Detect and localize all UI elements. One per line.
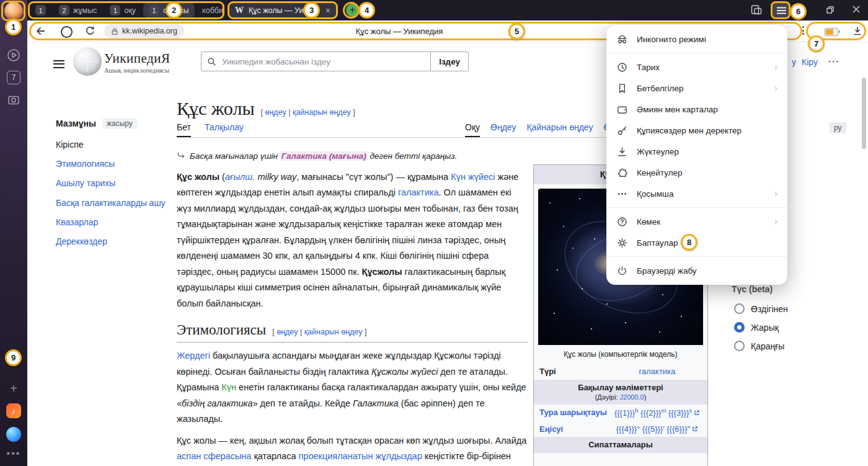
wiki-search: Іздеу xyxy=(201,52,469,71)
tab-group-pinned[interactable]: 1 xyxy=(30,2,51,18)
tab-edit-source[interactable]: Қайнарын өңдеу xyxy=(526,122,593,137)
inline-link[interactable]: s xyxy=(689,407,692,414)
toc-item-sources[interactable]: Дереккөздер xyxy=(56,236,172,247)
section-edit-links[interactable]: [ өңдеу | қайнарын өңдеу ] xyxy=(272,328,366,336)
inline-link[interactable]: J2000.0 xyxy=(620,393,644,401)
wikipedia-logo[interactable] xyxy=(73,47,102,76)
color-option-dark[interactable]: Қараңғы xyxy=(734,341,784,351)
color-option-light[interactable]: Жарық xyxy=(734,322,779,333)
toc-item-intro[interactable]: Кіріспе xyxy=(56,139,172,150)
ellipsis-icon xyxy=(616,188,628,200)
tab-group-count: 1 xyxy=(110,5,120,16)
inline-link[interactable]: проекцияланатын жұлдыздар xyxy=(299,451,422,461)
menu-item-history[interactable]: Тарих › xyxy=(606,56,787,78)
puzzle-icon xyxy=(616,167,628,179)
menu-item-passwords[interactable]: Құпиясөздер мен деректер xyxy=(606,120,787,141)
infobox-ra-label[interactable]: Тура шарықтауы xyxy=(539,407,613,418)
color-option-automatic[interactable]: Өздігінен xyxy=(734,303,788,314)
wordmark-tagline: Ашық энциклопедиясы xyxy=(104,67,170,74)
address-bar-more-icon[interactable] xyxy=(802,26,804,35)
external-link-icon[interactable] xyxy=(692,426,698,432)
menu-item-extensions[interactable]: Кеңейтулер xyxy=(606,162,787,183)
yandex-search-icon[interactable] xyxy=(61,26,73,38)
refresh-icon[interactable] xyxy=(85,25,95,36)
menu-item-downloads[interactable]: Жүктеулер xyxy=(606,141,787,162)
toc-item-etymology[interactable]: Этимологиясы xyxy=(56,158,172,169)
appearance-hide-partial[interactable]: ру xyxy=(830,122,846,133)
tab-group-work[interactable]: 2 жұмыс xyxy=(53,2,102,18)
menu-item-incognito[interactable]: Инкогнито режимі xyxy=(606,29,787,50)
radio-icon[interactable] xyxy=(734,303,745,314)
chevron-right-icon: › xyxy=(774,188,777,199)
battery-saver-icon[interactable] xyxy=(825,28,838,36)
sidebar-more-icon[interactable]: ••• xyxy=(7,448,21,459)
wiki-search-button[interactable]: Іздеу xyxy=(430,52,469,71)
downloads-icon[interactable] xyxy=(852,25,863,37)
search-icon xyxy=(207,57,216,66)
tab-close-icon[interactable]: × xyxy=(326,6,330,16)
profile-avatar[interactable] xyxy=(4,2,23,20)
login-link[interactable]: Кіру xyxy=(802,57,818,67)
inline-link[interactable]: {{{4}}}° {{{5}}}′ {{{6}}}″ xyxy=(616,424,690,434)
infobox-dec-label[interactable]: Еңісуі xyxy=(539,424,613,435)
video-play-icon[interactable] xyxy=(7,48,20,62)
back-icon[interactable] xyxy=(35,25,46,37)
window-close-icon[interactable] xyxy=(852,5,861,14)
inline-link[interactable]: аспан сферасына xyxy=(177,451,251,461)
url-box[interactable]: kk.wikipedia.org xyxy=(104,24,184,38)
inline-link[interactable]: ағылш. xyxy=(225,172,255,182)
login-partial-text: у xyxy=(792,57,796,67)
inline-link[interactable]: галактика xyxy=(398,187,439,197)
alice-assistant-icon[interactable] xyxy=(6,427,21,442)
menu-item-label: Браузерді жабу xyxy=(637,266,697,276)
side-panel-icon[interactable] xyxy=(750,3,763,17)
wiki-login[interactable]: у Кіру xyxy=(792,57,818,67)
menu-item-help[interactable]: Көмек › xyxy=(606,211,787,232)
new-tab-button[interactable]: + xyxy=(346,4,359,17)
tab-group-hobby[interactable]: хобби xyxy=(197,4,229,17)
menu-item-bookmarks[interactable]: Бетбелгілер › xyxy=(606,78,787,99)
yandex-music-icon[interactable]: ♪ xyxy=(6,403,21,418)
inline-link[interactable]: қайнарын өңдеу xyxy=(304,328,363,336)
inline-link[interactable]: {{{3}}} xyxy=(668,408,689,418)
inline-link[interactable]: Жердегі xyxy=(177,351,210,361)
toc-hide-button[interactable]: жасыру xyxy=(102,118,137,129)
toc-item-quasars[interactable]: Квазарлар xyxy=(56,217,172,228)
browser-sidebar: 7 + ♪ ••• xyxy=(0,0,27,466)
wiki-user-more-icon[interactable]: ⋯ xyxy=(828,54,839,68)
inline-link[interactable]: {{{1}}} xyxy=(614,408,635,418)
tab-group-label: хобби xyxy=(202,6,223,15)
inline-link[interactable]: өңдеу xyxy=(277,328,298,336)
menu-item-wallet[interactable]: Әмиян мен карталар xyxy=(606,99,787,120)
appearance-color-title: Түс (beta) xyxy=(732,284,773,294)
page-scrollbar[interactable] xyxy=(862,43,867,465)
title-edit-links[interactable]: [ өңдеу | қайнарын өңдеу ] xyxy=(261,108,355,117)
infobox-type-value[interactable]: галактика xyxy=(613,366,702,377)
tab-group-count: 1 xyxy=(149,5,159,16)
menu-item-label: Баптаулар xyxy=(637,238,678,248)
external-link-icon[interactable] xyxy=(694,410,700,416)
sidebar-add-icon[interactable]: + xyxy=(10,382,17,395)
scrollbar-thumb[interactable] xyxy=(862,78,866,149)
menu-item-close-browser[interactable]: Браузерді жабу xyxy=(606,260,787,281)
annotation-step-1: 1 xyxy=(5,19,22,35)
toc-item-other-galaxies[interactable]: Басқа галактикаларды ашу xyxy=(56,197,172,208)
menu-item-more[interactable]: Қосымша › xyxy=(606,183,787,204)
radio-icon-selected[interactable] xyxy=(734,322,745,333)
tab-group-study[interactable]: 1 оқу xyxy=(104,2,141,18)
toc-item-discovery[interactable]: Ашылу тарихы xyxy=(56,177,172,189)
radio-icon[interactable] xyxy=(734,341,745,351)
wikipedia-wordmark[interactable]: УикипедиЯ Ашық энциклопедиясы xyxy=(104,51,170,74)
active-tab[interactable]: W Құс жолы — Уик × xyxy=(229,2,336,19)
window-restore-icon[interactable] xyxy=(826,6,835,14)
tabs-counter-badge[interactable]: 7 xyxy=(7,71,20,84)
inline-link[interactable]: қайнарын өңдеу xyxy=(293,108,351,117)
wiki-search-input[interactable] xyxy=(221,56,425,67)
inline-link[interactable]: Күн жүйесі xyxy=(451,172,495,182)
wiki-menu-icon[interactable] xyxy=(53,58,64,70)
inline-link[interactable]: {{{2}}} xyxy=(640,408,661,418)
browser-menu-button[interactable] xyxy=(773,2,790,19)
screenshot-icon[interactable] xyxy=(7,93,20,107)
inline-link[interactable]: өңдеу xyxy=(265,108,286,117)
wiki-search-box[interactable] xyxy=(201,52,431,71)
